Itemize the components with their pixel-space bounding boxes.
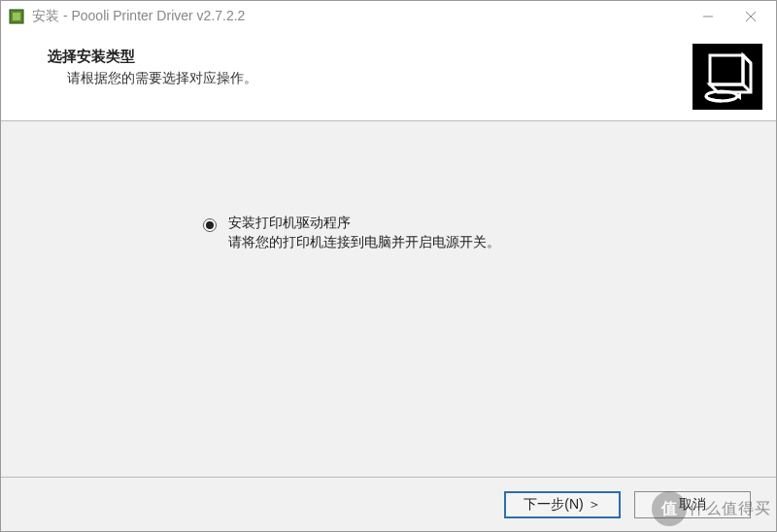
install-option[interactable]: 安装打印机驱动程序 请将您的打印机连接到电脑并开启电源开关。 <box>203 215 500 251</box>
minimize-button[interactable] <box>687 3 729 30</box>
next-button[interactable]: 下一步(N) ＞ <box>504 491 621 518</box>
footer: 下一步(N) ＞ 取消 <box>1 477 776 531</box>
window-title: 安装 - Poooli Printer Driver v2.7.2.2 <box>32 8 687 25</box>
install-option-title: 安装打印机驱动程序 <box>228 215 500 232</box>
installer-logo-icon <box>693 44 762 110</box>
cancel-button-label: 取消 <box>679 496 706 514</box>
close-button[interactable] <box>729 3 772 30</box>
content-area: 安装打印机驱动程序 请将您的打印机连接到电脑并开启电源开关。 <box>1 121 776 477</box>
cancel-button[interactable]: 取消 <box>634 491 751 518</box>
install-option-description: 请将您的打印机连接到电脑并开启电源开关。 <box>228 234 500 251</box>
chevron-right-icon: ＞ <box>588 496 601 514</box>
titlebar: 安装 - Poooli Printer Driver v2.7.2.2 <box>1 1 776 32</box>
next-button-label: 下一步(N) <box>524 496 583 514</box>
page-heading: 选择安装类型 <box>48 48 776 66</box>
install-option-text: 安装打印机驱动程序 请将您的打印机连接到电脑并开启电源开关。 <box>228 215 500 251</box>
app-icon <box>9 9 24 24</box>
installer-window: 安装 - Poooli Printer Driver v2.7.2.2 选择安装… <box>0 0 777 532</box>
header-panel: 选择安装类型 请根据您的需要选择对应操作。 <box>1 32 776 121</box>
install-radio[interactable] <box>203 218 217 232</box>
window-controls <box>687 3 772 30</box>
svg-rect-1 <box>13 13 20 20</box>
page-subheading: 请根据您的需要选择对应操作。 <box>67 70 776 87</box>
svg-rect-5 <box>710 55 743 84</box>
